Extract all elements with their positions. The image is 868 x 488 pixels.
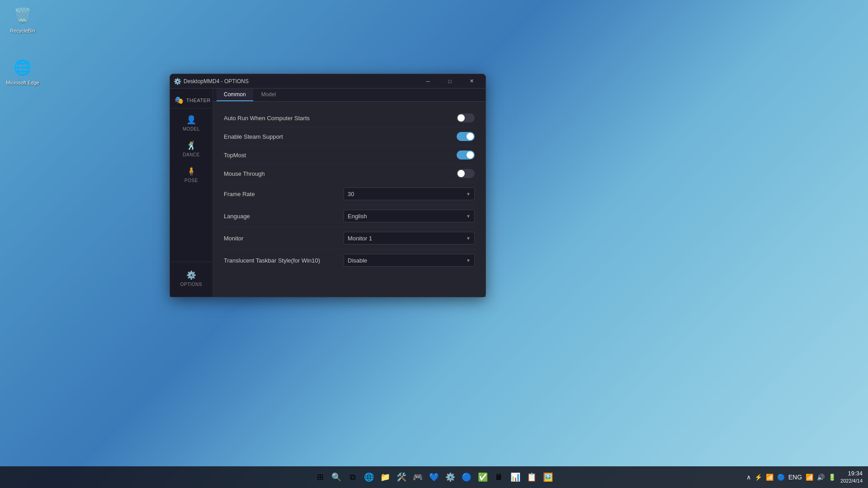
tools-taskbar-button[interactable]: 🛠️ — [394, 470, 409, 484]
auto-run-toggle[interactable] — [457, 113, 475, 122]
vs-taskbar-button[interactable]: 💙 — [427, 470, 441, 484]
start-button[interactable]: ⊞ — [313, 470, 327, 484]
frame-rate-value: 30 — [348, 191, 354, 197]
app-icon: ⚙️ — [174, 78, 181, 85]
desktop-icon-edge[interactable]: 🌐 Microsoft Edge — [5, 56, 41, 85]
monitor-arrow: ▼ — [466, 236, 471, 241]
setting-row-mouse-through: Mouse Through — [224, 164, 475, 183]
window-controls: ─ □ ✕ — [418, 74, 482, 89]
frame-rate-arrow: ▼ — [466, 192, 471, 197]
title-bar: ⚙️ DesktopMMD4 - OPTIONS ─ □ ✕ — [170, 74, 486, 89]
setting-row-monitor: Monitor Monitor 1 ▼ — [224, 227, 475, 249]
tray-wifi: 📶 — [805, 473, 814, 482]
tray-icon-bluetooth: 🔵 — [776, 473, 786, 482]
pose-icon: 🧍 — [186, 166, 196, 176]
auto-run-label: Auto Run When Computer Starts — [224, 115, 310, 122]
tabs-area: Common Model Auto Run When Computer Star… — [213, 89, 486, 297]
monitor-dropdown[interactable]: Monitor 1 ▼ — [344, 232, 475, 244]
tray-icon-1: ⚡ — [754, 473, 763, 482]
taskbar-date: 2022/4/14 — [840, 478, 863, 484]
sidebar-item-pose[interactable]: 🧍 POSE — [170, 162, 212, 188]
topmost-label: TopMost — [224, 152, 246, 159]
auto-run-knob — [458, 114, 465, 122]
widget2-taskbar-button[interactable]: 📋 — [524, 470, 539, 484]
frame-rate-label: Frame Rate — [224, 191, 255, 197]
search-button[interactable]: 🔍 — [329, 470, 344, 484]
tray-battery: 🔋 — [827, 473, 837, 482]
frame-rate-dropdown[interactable]: 30 ▼ — [344, 188, 475, 200]
monitor-label: Monitor — [224, 235, 243, 242]
setting-row-frame-rate: Frame Rate 30 ▼ — [224, 183, 475, 205]
sidebar-item-model[interactable]: 👤 MODEL — [170, 110, 212, 136]
setting-row-steam: Enable Steam Support — [224, 127, 475, 146]
window-title: DesktopMMD4 - OPTIONS — [184, 78, 418, 84]
taskbar-style-arrow: ▼ — [466, 258, 471, 263]
tab-model[interactable]: Model — [254, 89, 283, 101]
monitor-value: Monitor 1 — [348, 235, 372, 242]
window-body: 🎭 THEATER 👤 MODEL 🕺 DANCE 🧍 POSE — [170, 89, 486, 297]
options-label: OPTIONS — [180, 282, 203, 287]
steam-knob — [467, 133, 474, 140]
check-taskbar-button[interactable]: ✅ — [476, 470, 490, 484]
setting-row-auto-run: Auto Run When Computer Starts — [224, 109, 475, 127]
taskbar-time: 19:34 — [840, 469, 863, 478]
maximize-button[interactable]: □ — [439, 74, 460, 89]
tray-icon-2: 📶 — [765, 473, 774, 482]
settings-taskbar-button[interactable]: ⚙️ — [443, 470, 458, 484]
sidebar: 🎭 THEATER 👤 MODEL 🕺 DANCE 🧍 POSE — [170, 89, 213, 297]
pose-label: POSE — [184, 178, 198, 183]
desktop: 🗑️ RecycleBin 🌐 Microsoft Edge ⚙️ Deskto… — [0, 0, 868, 488]
language-value: English — [348, 213, 367, 220]
tab-common[interactable]: Common — [217, 89, 253, 101]
language-label: Language — [224, 213, 250, 220]
sidebar-bottom: ⚙️ OPTIONS — [170, 262, 212, 293]
topmost-toggle[interactable] — [457, 150, 475, 160]
tray-chevron[interactable]: ∧ — [745, 473, 752, 482]
calc-taskbar-button[interactable]: 🖩 — [492, 470, 506, 484]
tray-volume[interactable]: 🔊 — [816, 473, 826, 482]
theater-header: 🎭 THEATER — [170, 92, 212, 108]
dance-label: DANCE — [183, 152, 200, 157]
edge-taskbar-button[interactable]: 🌐 — [362, 470, 376, 484]
desktop-icon-recycle-bin[interactable]: 🗑️ RecycleBin — [5, 5, 41, 33]
recycle-bin-label: RecycleBin — [10, 28, 35, 33]
close-button[interactable]: ✕ — [461, 74, 482, 89]
recycle-bin-icon: 🗑️ — [12, 5, 33, 26]
task-view-button[interactable]: ⧉ — [345, 470, 360, 484]
mouse-through-knob — [458, 170, 465, 177]
taskbar: ⊞ 🔍 ⧉ 🌐 📁 🛠️ 🎮 💙 ⚙️ 🔵 ✅ 🖩 📊 📋 🖼️ ∧ ⚡ 📶 🔵… — [0, 466, 868, 488]
taskbar-center: ⊞ 🔍 ⧉ 🌐 📁 🛠️ 🎮 💙 ⚙️ 🔵 ✅ 🖩 📊 📋 🖼️ — [313, 470, 555, 484]
model-label: MODEL — [183, 127, 200, 131]
language-arrow: ▼ — [466, 214, 471, 219]
edge-icon: 🌐 — [12, 56, 33, 78]
taskbar-style-label: Translucent Taskbar Style(for Win10) — [224, 257, 320, 264]
content-area: Auto Run When Computer Starts Enable Ste… — [213, 102, 486, 297]
tray-lang[interactable]: ENG — [788, 473, 803, 482]
ps-taskbar-button[interactable]: 🖼️ — [541, 470, 555, 484]
explorer-taskbar-button[interactable]: 📁 — [378, 470, 392, 484]
steam-label: Enable Steam Support — [224, 133, 283, 140]
steam-taskbar-button[interactable]: 🎮 — [410, 470, 425, 484]
mouse-through-label: Mouse Through — [224, 170, 265, 177]
system-tray: ∧ ⚡ 📶 🔵 ENG 📶 🔊 🔋 — [745, 473, 837, 482]
theater-label: THEATER — [186, 98, 211, 103]
widget1-taskbar-button[interactable]: 📊 — [508, 470, 523, 484]
mouse-through-toggle[interactable] — [457, 169, 475, 178]
sidebar-item-dance[interactable]: 🕺 DANCE — [170, 136, 212, 162]
tabs-bar: Common Model — [213, 89, 486, 102]
options-window: ⚙️ DesktopMMD4 - OPTIONS ─ □ ✕ 🎭 THEATER… — [170, 74, 486, 297]
taskbar-style-dropdown[interactable]: Disable ▼ — [344, 254, 475, 267]
topmost-knob — [467, 151, 474, 159]
setting-row-language: Language English ▼ — [224, 205, 475, 227]
taskbar-clock[interactable]: 19:34 2022/4/14 — [840, 469, 863, 485]
edge2-taskbar-button[interactable]: 🔵 — [459, 470, 474, 484]
language-dropdown[interactable]: English ▼ — [344, 210, 475, 222]
sidebar-item-options[interactable]: ⚙️ OPTIONS — [170, 266, 212, 291]
steam-toggle[interactable] — [457, 132, 475, 141]
edge-label: Microsoft Edge — [6, 80, 39, 85]
taskbar-style-value: Disable — [348, 257, 367, 264]
theater-icon: 🎭 — [175, 96, 184, 104]
minimize-button[interactable]: ─ — [418, 74, 439, 89]
setting-row-topmost: TopMost — [224, 146, 475, 164]
dance-icon: 🕺 — [186, 141, 196, 150]
